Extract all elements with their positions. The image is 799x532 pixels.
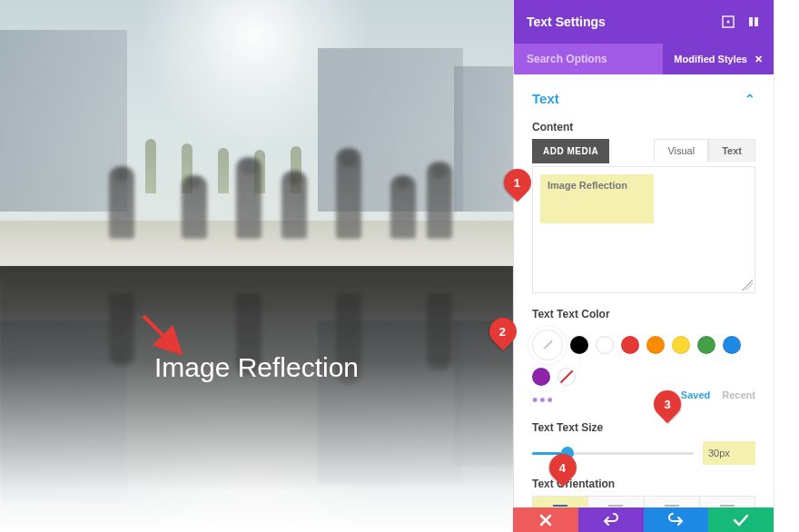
svg-rect-4 xyxy=(755,17,758,26)
panel-title: Text Settings xyxy=(527,15,606,29)
expand-icon[interactable] xyxy=(721,15,735,29)
recent-colors-tab[interactable]: Recent xyxy=(722,389,755,400)
swatch-orange[interactable] xyxy=(646,336,665,354)
settings-panel: Text Settings Search Options Modified St… xyxy=(513,0,774,507)
close-icon[interactable]: ✕ xyxy=(755,54,763,65)
size-input[interactable]: 30px xyxy=(703,441,755,465)
align-right-button[interactable] xyxy=(644,496,700,507)
color-swatches xyxy=(532,330,755,386)
size-label: Text Text Size xyxy=(532,421,755,434)
color-label: Text Text Color xyxy=(532,308,755,320)
reflection-fade xyxy=(0,266,513,532)
tab-visual[interactable]: Visual xyxy=(654,139,708,162)
align-center-button[interactable] xyxy=(587,496,644,507)
orientation-group xyxy=(532,496,755,507)
panel-header: Text Settings xyxy=(514,0,774,44)
modified-styles-badge[interactable]: Modified Styles ✕ xyxy=(663,44,774,74)
align-left-button[interactable] xyxy=(532,496,588,507)
action-bar xyxy=(513,507,774,532)
editor-value: Image Reflection xyxy=(540,174,654,223)
undo-button[interactable] xyxy=(578,507,644,532)
search-input[interactable]: Search Options xyxy=(527,53,663,65)
swatch-black[interactable] xyxy=(570,336,588,354)
section-title: Text xyxy=(532,91,559,106)
overlay-text: Image Reflection xyxy=(0,352,513,383)
swatch-yellow[interactable] xyxy=(672,336,690,354)
chevron-up-icon: ⌃ xyxy=(745,92,755,106)
preview-image xyxy=(0,0,513,266)
tab-text[interactable]: Text xyxy=(708,139,755,162)
resize-handle[interactable] xyxy=(742,280,753,291)
color-picker-button[interactable] xyxy=(532,330,563,360)
cancel-button[interactable] xyxy=(513,507,578,532)
swatch-red[interactable] xyxy=(621,336,639,354)
swatch-green[interactable] xyxy=(697,336,715,354)
swatch-transparent[interactable] xyxy=(557,368,576,386)
redo-button[interactable] xyxy=(644,507,709,532)
right-gutter xyxy=(774,0,799,532)
more-colors-button[interactable]: ••• xyxy=(532,389,555,412)
content-editor[interactable]: Image Reflection xyxy=(532,166,755,293)
swatch-purple[interactable] xyxy=(532,368,550,386)
section-toggle-text[interactable]: Text ⌃ xyxy=(532,85,755,115)
svg-rect-3 xyxy=(749,17,753,26)
swatch-white[interactable] xyxy=(596,336,614,354)
swatch-blue[interactable] xyxy=(723,336,741,354)
preview-pane: Image Reflection xyxy=(0,0,513,532)
menu-icon[interactable] xyxy=(746,15,761,29)
save-button[interactable] xyxy=(708,507,774,532)
saved-colors-tab[interactable]: Saved xyxy=(681,389,710,400)
panel-subheader: Search Options Modified Styles ✕ xyxy=(514,44,774,74)
content-label: Content xyxy=(532,121,755,133)
add-media-button[interactable]: ADD MEDIA xyxy=(532,139,609,163)
svg-point-2 xyxy=(727,21,730,24)
badge-label: Modified Styles xyxy=(674,54,747,64)
align-justify-button[interactable] xyxy=(699,496,755,507)
